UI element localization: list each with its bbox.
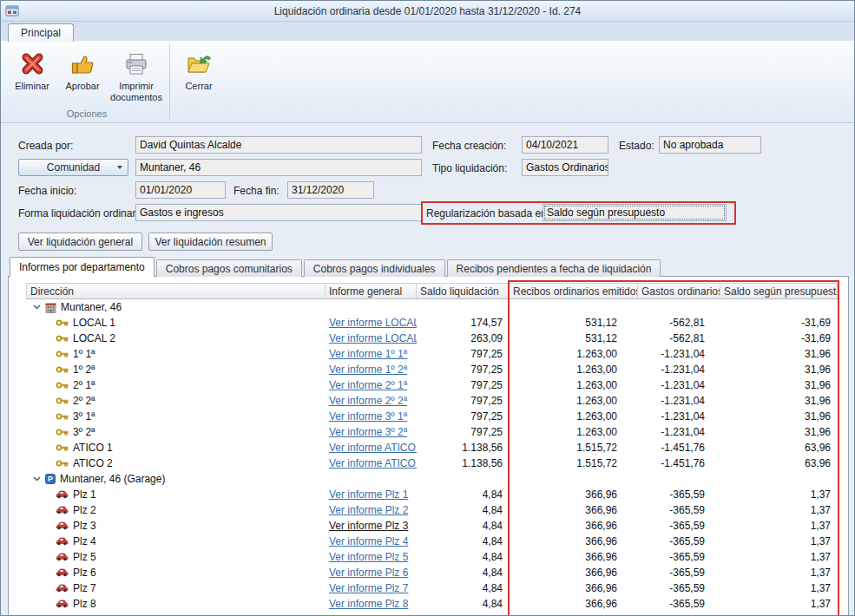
column-header-saldo-liquidacion[interactable]: Saldo liquidación [417, 283, 510, 299]
table-row[interactable]: LOCAL 1Ver informe LOCAL 1174,57531,12-5… [26, 315, 838, 331]
estado-label: Estado: [619, 140, 654, 152]
tab-cobros-pagos-individuales[interactable]: Cobros pagos individuales [304, 259, 445, 277]
column-header-direccion[interactable]: Dirección [26, 283, 326, 299]
table-row[interactable]: 3º 2ªVer informe 3º 2ª797,251.263,00-1.2… [26, 424, 838, 440]
saldo-liquidacion-cell: 797,25 [417, 393, 510, 409]
ver-informe-link[interactable]: Ver informe 1º 1ª [329, 348, 407, 360]
tab-informes-por-departamento[interactable]: Informes por departamento [10, 257, 155, 277]
table-row[interactable]: 1º 2ªVer informe 1º 2ª797,251.263,00-1.2… [26, 362, 838, 377]
table-row[interactable]: ATICO 2Ver informe ATICO 21.138,561.515,… [26, 455, 838, 471]
ver-informe-link[interactable]: Ver informe Plz 3 [329, 520, 408, 532]
column-header-gastos-ordinarios[interactable]: Gastos ordinarios [638, 283, 720, 299]
recibos-ordinarios-cell [510, 299, 638, 315]
ver-informe-link[interactable]: Ver informe 3º 1ª [329, 410, 407, 423]
ver-liquidacion-resumen-button[interactable]: Ver liquidación resumen [148, 233, 273, 251]
table-row[interactable]: LOCAL 2Ver informe LOCAL 2263,09531,12-5… [26, 331, 838, 346]
gastos-ordinarios-cell [638, 471, 720, 487]
table-group-row[interactable]: Muntaner, 46 [26, 299, 838, 315]
table-row[interactable]: Plz 7Ver informe Plz 74,84366,96-365,591… [26, 580, 838, 596]
expand-chevron-icon[interactable] [33, 305, 42, 310]
row-label: 1º 2ª [73, 364, 95, 376]
ver-informe-link[interactable]: Ver informe 3º 2ª [329, 426, 407, 438]
saldo-presupuesto-cell: 1,37 [720, 549, 838, 565]
title-bar: Liquidación ordinaria desde 01/01/2020 h… [1, 1, 854, 22]
comunidad-label: Comunidad [47, 161, 100, 174]
ver-informe-link[interactable]: Ver informe LOCAL 1 [329, 317, 417, 329]
fecha-inicio-input[interactable]: 01/01/2020 [135, 181, 226, 199]
recibos-ordinarios-cell: 1.263,00 [510, 362, 638, 377]
tab-cobros-pagos-comunitarios[interactable]: Cobros pagos comunitarios [156, 259, 302, 277]
ver-informe-link[interactable]: Ver informe ATICO 1 [329, 442, 417, 454]
row-label: Plz 3 [73, 520, 96, 532]
table-row[interactable]: Plz 6Ver informe Plz 64,84366,96-365,591… [26, 565, 838, 580]
informe-general-cell: Ver informe LOCAL 1 [326, 315, 417, 331]
aprobar-button[interactable]: Aprobar [58, 46, 107, 93]
forma-liquidacion-input[interactable]: Gastos e ingresos [135, 204, 422, 221]
expand-chevron-icon[interactable] [33, 476, 42, 482]
column-header-recibos-ordinarios[interactable]: Recibos ordinarios emitidos [510, 283, 638, 299]
ver-informe-link[interactable]: Ver informe Plz 6 [329, 567, 408, 579]
ver-informe-link[interactable]: Ver informe 2º 1ª [329, 379, 407, 391]
row-label: LOCAL 2 [73, 332, 115, 344]
ver-liquidacion-general-button[interactable]: Ver liquidación general [18, 233, 142, 251]
informe-general-cell: Ver informe Plz 7 [326, 580, 417, 596]
saldo-presupuesto-cell: 31,96 [720, 362, 838, 377]
saldo-liquidacion-cell: 797,25 [417, 409, 510, 424]
ver-informe-link[interactable]: Ver informe Plz 4 [329, 535, 408, 547]
car-icon [56, 521, 69, 530]
ver-informe-link[interactable]: Ver informe 1º 2ª [329, 364, 407, 376]
row-label: Plz 8 [73, 598, 96, 610]
table-row[interactable]: ATICO 1Ver informe ATICO 11.138,561.515,… [26, 440, 838, 455]
informe-general-cell: Ver informe ATICO 2 [326, 455, 417, 471]
estado-input[interactable]: No aprobada [659, 136, 761, 154]
table-row[interactable]: Plz 1Ver informe Plz 14,84366,96-365,591… [26, 487, 838, 502]
table-row[interactable]: 3º 1ªVer informe 3º 1ª797,251.263,00-1.2… [26, 409, 838, 424]
table-row[interactable]: 2º 2ªVer informe 2º 2ª797,251.263,00-1.2… [26, 393, 838, 409]
imprimir-documentos-button[interactable]: Imprimir documentos [109, 46, 164, 103]
tab-principal[interactable]: Principal [8, 23, 74, 42]
car-icon [56, 568, 69, 577]
eliminar-button[interactable]: Eliminar [8, 46, 56, 93]
regularizacion-input[interactable]: Saldo según presupuesto [543, 204, 727, 221]
ver-informe-link[interactable]: Ver informe Plz 8 [329, 598, 408, 610]
gastos-ordinarios-cell: -365,59 [638, 580, 720, 596]
saldo-presupuesto-cell: -31,69 [720, 331, 838, 346]
direccion-cell: PMuntaner, 46 (Garage) [26, 471, 326, 487]
key-icon [56, 381, 69, 390]
ver-informe-link[interactable]: Ver informe ATICO 2 [329, 457, 417, 469]
direccion-cell: 2º 2ª [26, 393, 326, 409]
ver-informe-link[interactable]: Ver informe Plz 2 [329, 504, 408, 516]
table-row[interactable]: Plz 8Ver informe Plz 84,84366,96-365,591… [26, 596, 838, 612]
table-group-row[interactable]: PMuntaner, 46 (Garage) [26, 471, 838, 487]
creada-por-input[interactable]: David Quintas Alcalde [135, 136, 422, 154]
fecha-creacion-input[interactable]: 04/10/2021 [522, 136, 608, 154]
table-header: Dirección Informe general Saldo liquidac… [26, 283, 838, 299]
ribbon-group-separator [169, 44, 170, 119]
saldo-liquidacion-cell: 4,84 [417, 534, 510, 549]
gastos-ordinarios-cell: -365,59 [638, 534, 720, 549]
column-header-informe-general[interactable]: Informe general [326, 283, 417, 299]
ver-informe-link[interactable]: Ver informe Plz 7 [329, 582, 408, 594]
ver-informe-link[interactable]: Ver informe 2º 2ª [329, 395, 407, 407]
table-row[interactable]: Plz 2Ver informe Plz 24,84366,96-365,591… [26, 502, 838, 518]
fecha-fin-label: Fecha fin: [233, 185, 280, 197]
comunidad-input[interactable]: Muntaner, 46 [135, 159, 422, 176]
comunidad-dropdown-button[interactable]: Comunidad [18, 159, 128, 176]
tab-recibos-pendientes[interactable]: Recibos pendientes a fecha de liquidació… [447, 259, 661, 277]
table-row[interactable]: Plz 4Ver informe Plz 44,84366,96-365,591… [26, 534, 838, 549]
row-label: Plz 5 [73, 551, 96, 563]
ver-informe-link[interactable]: Ver informe LOCAL 2 [329, 332, 417, 344]
direccion-cell: ATICO 1 [26, 440, 326, 455]
column-header-saldo-presupuesto[interactable]: Saldo según presupuesto [720, 283, 838, 299]
cerrar-button[interactable]: Cerrar [174, 46, 223, 93]
gastos-ordinarios-cell: -365,59 [638, 487, 720, 502]
ver-informe-link[interactable]: Ver informe Plz 1 [329, 488, 408, 501]
tipo-liquidacion-input[interactable]: Gastos Ordinarios [522, 159, 608, 176]
table-row[interactable]: Plz 3Ver informe Plz 34,84366,96-365,591… [26, 518, 838, 534]
ver-informe-link[interactable]: Ver informe Plz 5 [329, 551, 408, 563]
table-row[interactable]: 2º 1ªVer informe 2º 1ª797,251.263,00-1.2… [26, 377, 838, 393]
table-row[interactable]: Plz 5Ver informe Plz 54,84366,96-365,591… [26, 549, 838, 565]
recibos-ordinarios-cell: 1.263,00 [510, 409, 638, 424]
fecha-fin-input[interactable]: 31/12/2020 [287, 181, 374, 199]
table-row[interactable]: 1º 1ªVer informe 1º 1ª797,251.263,00-1.2… [26, 346, 838, 362]
